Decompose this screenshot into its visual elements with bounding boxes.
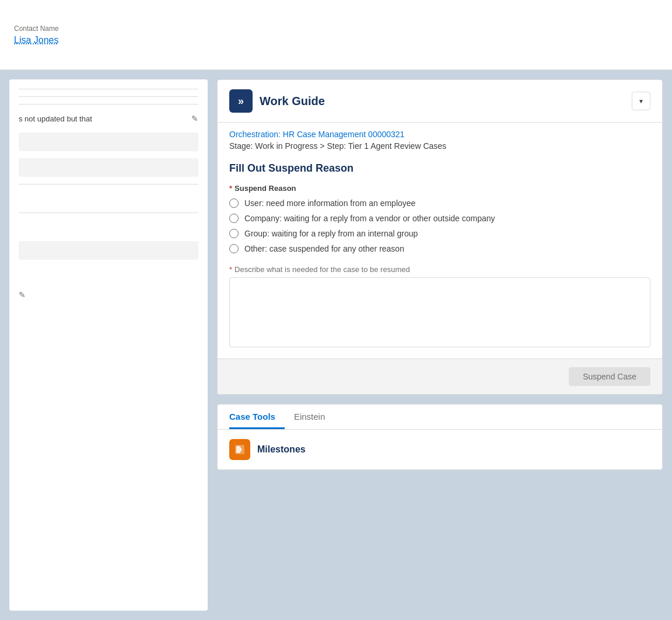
work-guide-meta: Orchestration: HR Case Management 000003… [218,123,662,151]
right-panel: » Work Guide ▼ Orchestration: HR Case Ma… [217,79,663,611]
milestones-row: Milestones [218,430,662,469]
radio-label-1: User: need more information from an empl… [244,198,415,208]
spacer-2 [19,220,198,234]
tab-einstein[interactable]: Einstein [294,405,334,429]
milestones-title: Milestones [257,444,306,455]
stage-text: Stage: Work in Progress > Step: Tier 1 A… [229,141,446,151]
left-panel: s not updated but that ✎ ✎ [9,79,208,611]
radio-option-2[interactable]: Company: waiting for a reply from a vend… [229,214,650,223]
work-guide-card-footer: Suspend Case [218,358,662,394]
edit-icon-2[interactable]: ✎ [19,290,26,299]
contact-name-label: Contact Name [14,25,658,33]
contact-name-link[interactable]: Lisa Jones [14,35,658,46]
textarea-required-star: * [229,265,232,274]
main-layout: s not updated but that ✎ ✎ » Work Guide [0,70,672,620]
chevron-down-icon: ▼ [638,98,644,105]
radio-label-4: Other: case suspended for any other reas… [244,244,404,253]
radio-circle-3 [229,229,239,238]
required-star: * [229,184,232,193]
divider-1 [19,89,198,89]
field-row-2: ✎ [19,288,198,302]
suspend-reason-label: * Suspend Reason [229,184,650,193]
work-guide-dropdown-button[interactable]: ▼ [632,92,650,110]
case-tools-card: Case Tools Einstein Milestones [217,404,663,470]
milestones-icon [229,439,250,460]
work-guide-title-row: » Work Guide [229,89,325,113]
orchestration-link[interactable]: Orchestration: HR Case Management 000003… [229,130,650,139]
tab-case-tools[interactable]: Case Tools [229,405,285,429]
left-input-1[interactable] [19,133,198,151]
suspend-reason-textarea[interactable] [229,277,650,347]
radio-option-1[interactable]: User: need more information from an empl… [229,198,650,208]
suspend-reason-text: Suspend Reason [235,184,296,193]
suspend-section-title: Fill Out Suspend Reason [229,162,650,175]
spacer-1 [19,191,198,205]
work-guide-icon-text: » [238,95,244,107]
suspend-section: Fill Out Suspend Reason * Suspend Reason… [218,151,662,349]
radio-circle-1 [229,198,239,208]
top-bar: Contact Name Lisa Jones [0,0,672,70]
divider-4 [19,184,198,184]
divider-2 [19,96,198,97]
divider-3 [19,104,198,105]
work-guide-header: » Work Guide ▼ [218,80,662,123]
textarea-label: * Describe what is needed for the case t… [229,265,650,274]
left-input-3[interactable] [19,241,198,260]
radio-option-3[interactable]: Group: waiting for a reply from an inter… [229,229,650,238]
divider-5 [19,213,198,213]
textarea-label-text: Describe what is needed for the case to … [235,265,410,274]
work-guide-icon: » [229,89,253,113]
suspend-reason-radio-group: User: need more information from an empl… [229,198,650,253]
radio-label-2: Company: waiting for a reply from a vend… [244,214,495,223]
tabs-row: Case Tools Einstein [218,405,662,430]
field-text-1: s not updated but that [19,114,92,123]
spacer-3 [19,267,198,281]
field-row-1: s not updated but that ✎ [19,112,198,126]
left-input-2[interactable] [19,158,198,177]
edit-icon-1[interactable]: ✎ [191,114,198,123]
suspend-case-button[interactable]: Suspend Case [569,367,650,386]
radio-circle-2 [229,214,239,223]
radio-option-4[interactable]: Other: case suspended for any other reas… [229,244,650,253]
work-guide-title: Work Guide [260,95,325,108]
radio-label-3: Group: waiting for a reply from an inter… [244,229,418,238]
radio-circle-4 [229,244,239,253]
work-guide-card: » Work Guide ▼ Orchestration: HR Case Ma… [217,79,663,395]
